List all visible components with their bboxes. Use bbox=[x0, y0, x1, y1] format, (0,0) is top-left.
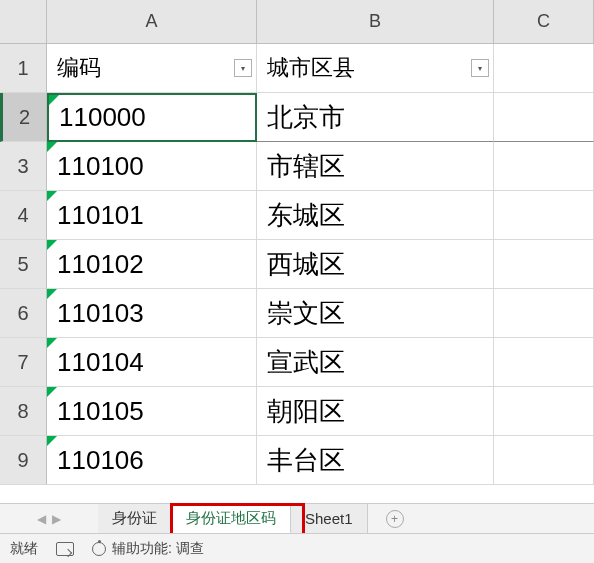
header-code-label: 编码 bbox=[57, 53, 101, 83]
accessibility-icon bbox=[92, 542, 106, 556]
sheet-tab-1[interactable]: 身份证 bbox=[98, 504, 172, 533]
cell-C5[interactable] bbox=[494, 240, 594, 289]
error-indicator-icon bbox=[47, 191, 57, 201]
error-indicator-icon bbox=[47, 142, 57, 152]
tab-nav-prev-icon[interactable]: ◀ bbox=[37, 512, 46, 526]
cell-value: 北京市 bbox=[267, 100, 345, 135]
sheet-tab-2[interactable]: 身份证地区码 bbox=[172, 505, 291, 534]
cell-B4[interactable]: 东城区 bbox=[257, 191, 494, 240]
cell-A2[interactable]: 110000 bbox=[47, 93, 257, 142]
display-settings-icon[interactable] bbox=[56, 542, 74, 556]
cell-C7[interactable] bbox=[494, 338, 594, 387]
cell-A3[interactable]: 110100 bbox=[47, 142, 257, 191]
cell-C1[interactable] bbox=[494, 44, 594, 93]
sheet-tabs-bar: ◀ ▶ 身份证 身份证地区码 Sheet1 + bbox=[0, 503, 594, 533]
error-indicator-icon bbox=[47, 436, 57, 446]
worksheet: A B C 1 编码 ▾ 城市区县 ▾ 2 110000 北京市 3 11010… bbox=[0, 0, 594, 503]
row-header-7[interactable]: 7 bbox=[0, 338, 47, 387]
cell-value: 宣武区 bbox=[267, 345, 345, 380]
cell-A9[interactable]: 110106 bbox=[47, 436, 257, 485]
header-city-label: 城市区县 bbox=[267, 53, 355, 83]
cell-value: 崇文区 bbox=[267, 296, 345, 331]
col-header-B[interactable]: B bbox=[257, 0, 494, 44]
cell-value: 东城区 bbox=[267, 198, 345, 233]
grid: A B C 1 编码 ▾ 城市区县 ▾ 2 110000 北京市 3 11010… bbox=[0, 0, 594, 485]
cell-B6[interactable]: 崇文区 bbox=[257, 289, 494, 338]
row-header-5[interactable]: 5 bbox=[0, 240, 47, 289]
row-header-6[interactable]: 6 bbox=[0, 289, 47, 338]
cell-A7[interactable]: 110104 bbox=[47, 338, 257, 387]
plus-icon: + bbox=[386, 510, 404, 528]
col-header-A[interactable]: A bbox=[47, 0, 257, 44]
cell-value: 110102 bbox=[57, 249, 144, 280]
filter-button-A[interactable]: ▾ bbox=[234, 59, 252, 77]
error-indicator-icon bbox=[47, 289, 57, 299]
cell-value: 丰台区 bbox=[267, 443, 345, 478]
cell-B2[interactable]: 北京市 bbox=[257, 93, 494, 142]
tab-nav-next-icon[interactable]: ▶ bbox=[52, 512, 61, 526]
cell-B1[interactable]: 城市区县 ▾ bbox=[257, 44, 494, 93]
cell-B9[interactable]: 丰台区 bbox=[257, 436, 494, 485]
cell-value: 110000 bbox=[59, 102, 146, 133]
cell-C4[interactable] bbox=[494, 191, 594, 240]
row-header-1[interactable]: 1 bbox=[0, 44, 47, 93]
cell-C9[interactable] bbox=[494, 436, 594, 485]
cell-C8[interactable] bbox=[494, 387, 594, 436]
cell-C2[interactable] bbox=[494, 93, 594, 142]
cell-value: 110105 bbox=[57, 396, 144, 427]
row-header-4[interactable]: 4 bbox=[0, 191, 47, 240]
cell-value: 110101 bbox=[57, 200, 144, 231]
row-header-9[interactable]: 9 bbox=[0, 436, 47, 485]
cell-value: 朝阳区 bbox=[267, 394, 345, 429]
cell-value: 市辖区 bbox=[267, 149, 345, 184]
accessibility-label: 辅助功能: 调查 bbox=[112, 540, 204, 558]
cell-value: 110104 bbox=[57, 347, 144, 378]
col-header-C[interactable]: C bbox=[494, 0, 594, 44]
cell-B8[interactable]: 朝阳区 bbox=[257, 387, 494, 436]
status-bar: 就绪 辅助功能: 调查 bbox=[0, 533, 594, 563]
cell-B3[interactable]: 市辖区 bbox=[257, 142, 494, 191]
cell-A6[interactable]: 110103 bbox=[47, 289, 257, 338]
status-ready-label: 就绪 bbox=[10, 540, 38, 558]
cell-B7[interactable]: 宣武区 bbox=[257, 338, 494, 387]
cell-A5[interactable]: 110102 bbox=[47, 240, 257, 289]
cell-value: 110100 bbox=[57, 151, 144, 182]
row-header-2[interactable]: 2 bbox=[0, 93, 47, 142]
error-indicator-icon bbox=[49, 95, 59, 105]
cell-A8[interactable]: 110105 bbox=[47, 387, 257, 436]
filter-button-B[interactable]: ▾ bbox=[471, 59, 489, 77]
add-sheet-button[interactable]: + bbox=[380, 504, 410, 533]
cell-C6[interactable] bbox=[494, 289, 594, 338]
row-header-8[interactable]: 8 bbox=[0, 387, 47, 436]
tab-nav-buttons[interactable]: ◀ ▶ bbox=[0, 504, 98, 533]
cell-C3[interactable] bbox=[494, 142, 594, 191]
row-header-3[interactable]: 3 bbox=[0, 142, 47, 191]
cell-B5[interactable]: 西城区 bbox=[257, 240, 494, 289]
cell-A1[interactable]: 编码 ▾ bbox=[47, 44, 257, 93]
error-indicator-icon bbox=[47, 387, 57, 397]
cell-A4[interactable]: 110101 bbox=[47, 191, 257, 240]
select-all-corner[interactable] bbox=[0, 0, 47, 44]
error-indicator-icon bbox=[47, 240, 57, 250]
cell-value: 西城区 bbox=[267, 247, 345, 282]
cell-value: 110103 bbox=[57, 298, 144, 329]
sheet-tab-3[interactable]: Sheet1 bbox=[291, 504, 368, 533]
accessibility-status[interactable]: 辅助功能: 调查 bbox=[92, 540, 204, 558]
cell-value: 110106 bbox=[57, 445, 144, 476]
error-indicator-icon bbox=[47, 338, 57, 348]
